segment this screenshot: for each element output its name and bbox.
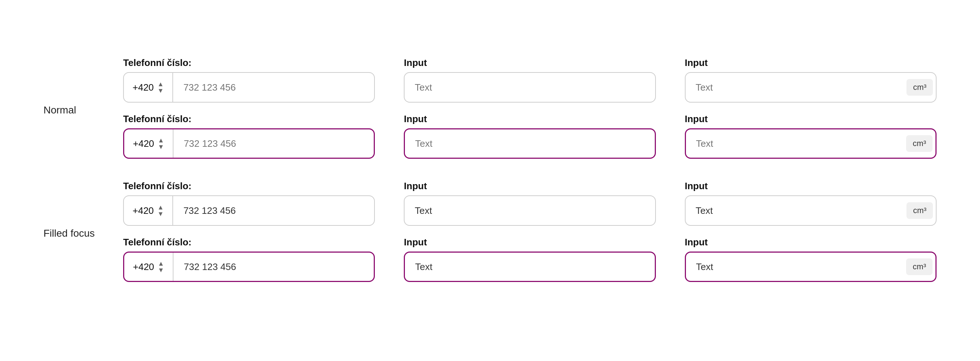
phone-field-group: Telefonní číslo: +420 ▲▼ [123,57,375,102]
phone-input[interactable] [173,82,374,93]
phone-label: Telefonní číslo: [123,57,375,69]
phone-label-f2: Telefonní číslo: [123,237,375,248]
text-unit-input-wrapper-f2[interactable]: cm³ [685,252,937,282]
text-label: Input [404,57,655,69]
text-unit-field-group-f2: Input cm³ [685,237,937,282]
text-input-wrapper[interactable] [404,72,655,102]
text-unit-input-focused[interactable] [686,138,904,149]
unit-badge-focused: cm³ [906,135,932,152]
phone-input-f2[interactable] [173,261,374,273]
text-unit-input-f1[interactable] [686,205,904,216]
text-unit-input-f2[interactable] [686,261,904,273]
page-container: Normal Telefonní číslo: +420 ▲▼ [0,0,980,361]
text-label-f2: Input [404,237,655,248]
arrows-icon-focused: ▲▼ [158,137,164,150]
unit-badge-f1: cm³ [907,202,933,219]
arrows-icon-f2: ▲▼ [158,260,164,273]
unit-badge: cm³ [907,79,933,96]
arrows-icon: ▲▼ [158,81,164,94]
text-input-f1[interactable] [404,205,655,216]
phone-label-focused: Telefonní číslo: [123,113,375,125]
phone-label-f1: Telefonní číslo: [123,180,375,192]
phone-prefix-f2[interactable]: +420 ▲▼ [124,252,173,281]
text-unit-label-f1: Input [685,180,937,192]
text-label-focused: Input [404,113,655,125]
text-unit-input-wrapper-focused[interactable]: cm³ [685,128,937,159]
phone-prefix[interactable]: +420 ▲▼ [124,73,173,102]
phone-prefix-focused[interactable]: +420 ▲▼ [124,129,173,158]
text-unit-input-wrapper[interactable]: cm³ [685,72,937,102]
text-unit-field-group-focused: Input cm³ [685,113,937,159]
state-label-filled: Filled focus [43,180,123,239]
text-unit-label-focused: Input [685,113,937,125]
phone-input-wrapper-focused[interactable]: +420 ▲▼ [123,128,375,159]
phone-input-f1[interactable] [173,205,374,216]
text-field-group: Input [404,57,655,102]
phone-field-group-f2: Telefonní číslo: +420 ▲▼ [123,237,375,282]
text-input-wrapper-f2[interactable] [404,252,655,282]
text-unit-field-group-f1: Input cm³ [685,180,937,226]
unit-badge-f2: cm³ [906,259,932,275]
text-unit-label: Input [685,57,937,69]
text-unit-input[interactable] [686,82,904,93]
phone-field-group-f1: Telefonní číslo: +420 ▲▼ [123,180,375,226]
text-input-focused[interactable] [405,138,654,149]
phone-field-group-focused: Telefonní číslo: +420 ▲▼ [123,113,375,159]
text-input-wrapper-focused[interactable] [404,128,655,159]
text-unit-label-f2: Input [685,237,937,248]
text-field-group-f2: Input [404,237,655,282]
phone-input-wrapper-f1[interactable]: +420 ▲▼ [123,195,375,226]
phone-input-focused[interactable] [173,138,374,149]
text-unit-input-wrapper-f1[interactable]: cm³ [685,195,937,226]
phone-input-wrapper[interactable]: +420 ▲▼ [123,72,375,102]
phone-input-wrapper-f2[interactable]: +420 ▲▼ [123,252,375,282]
text-unit-field-group: Input cm³ [685,57,937,102]
text-input-f2[interactable] [405,261,654,273]
phone-prefix-f1[interactable]: +420 ▲▼ [124,196,173,225]
arrows-icon-f1: ▲▼ [158,204,164,217]
text-label-f1: Input [404,180,655,192]
text-input[interactable] [404,82,655,93]
state-label-normal: Normal [43,57,123,116]
text-field-group-focused: Input [404,113,655,159]
text-field-group-f1: Input [404,180,655,226]
text-input-wrapper-f1[interactable] [404,195,655,226]
